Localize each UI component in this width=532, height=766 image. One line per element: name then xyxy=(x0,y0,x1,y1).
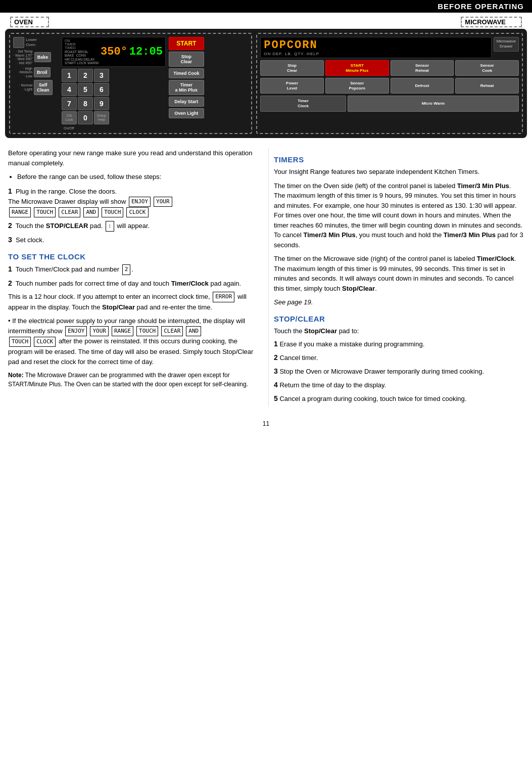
colon-display: : xyxy=(106,221,114,232)
broil-button[interactable]: Broil xyxy=(34,67,51,77)
stop-step-2: 2 Cancel timer. xyxy=(274,352,524,363)
display-boxes-row2: RANGE TOUCH CLEAR AND TOUCH CLOCK xyxy=(8,207,150,218)
mw-sensor-popcorn-button[interactable]: SensorPopcorn xyxy=(325,78,389,94)
microwave-panel-label: MICROWAVE xyxy=(461,17,522,27)
clock-display-clear: CLEAR xyxy=(161,326,183,337)
numpad-7[interactable]: 7 xyxy=(62,97,77,110)
display-range: RANGE xyxy=(9,207,31,218)
clock-display-your: YOUR xyxy=(90,326,109,337)
display-boxes-row1: ENJOY YOUR xyxy=(128,197,173,207)
clock-note-2: • If the electrical power supply to your… xyxy=(8,316,258,367)
timers-p2: The timer on the Oven side (left) of the… xyxy=(274,181,524,250)
clock-display-touch: TOUCH xyxy=(136,326,158,337)
oven-light-button[interactable]: Oven Light xyxy=(169,108,204,118)
clock-note-1: This is a 12 hour clock. If you attempt … xyxy=(8,292,258,312)
stop-step-5: 5 Cancel a program during cooking, touch… xyxy=(274,393,524,404)
clock-step-1: 1 Touch Timer/Clock pad and number 2. xyxy=(8,264,258,275)
note-paragraph: Note: The Microwave Drawer can be progra… xyxy=(8,371,258,389)
setup-button[interactable]: SetupHelp xyxy=(94,111,109,124)
mw-sensor-cook-button[interactable]: SensorCook xyxy=(455,60,519,76)
stop-step-1: 1 Erase if you make a mistake during pro… xyxy=(274,339,524,349)
display-your: YOUR xyxy=(154,197,172,207)
stop-step-4: 4 Return the time of day to the display. xyxy=(274,380,524,390)
content-area: Before operating your new range make sur… xyxy=(0,140,532,415)
oven-panel-label: OVEN xyxy=(10,17,49,27)
mw-drawer-label: MicrowaveDrawer xyxy=(494,37,519,52)
left-column: Before operating your new range make sur… xyxy=(8,148,268,407)
clock-num-display: 2 xyxy=(122,264,131,275)
bullet-item-1: Before the range can be used, follow the… xyxy=(17,172,258,182)
microwave-section: POPCORN ON DEF. LB. QTY. HELP MicrowaveD… xyxy=(256,33,523,134)
oven-start-button[interactable]: START xyxy=(169,37,204,50)
lower-oven-label: LowerOven xyxy=(26,37,37,47)
step-1: 1 Plug in the range. Close the doors. Th… xyxy=(8,186,258,218)
self-clean-button[interactable]: SelfClean xyxy=(34,80,53,95)
numpad-9[interactable]: 9 xyxy=(94,97,109,110)
page-header: BEFORE OPERATING xyxy=(0,0,532,13)
mw-stop-clear-button[interactable]: StopClear xyxy=(260,60,324,76)
display-clear: CLEAR xyxy=(59,207,80,218)
clock-display-enjoy: ENJOY xyxy=(65,326,87,337)
clock-display-clock: CLOCK xyxy=(34,337,56,347)
timer-min-plus-button[interactable]: Timera Min Plus xyxy=(169,80,204,95)
control-lock-button[interactable]: CtrlLock xyxy=(62,111,77,124)
display-touch2: TOUCH xyxy=(102,207,123,218)
mw-display-sub: ON DEF. LB. QTY. HELP xyxy=(264,52,488,56)
clock-display-boxes: ENJOY YOUR RANGE TOUCH CLEAR AND xyxy=(64,326,202,337)
clock-display-boxes-2: TOUCH CLOCK xyxy=(8,337,57,347)
clock-step-2: 2 Touch number pads for correct time of … xyxy=(8,278,258,289)
timers-title: TIMERS xyxy=(274,155,524,164)
mw-micro-warm-button[interactable]: Micro Warm xyxy=(348,96,519,111)
numpad-2[interactable]: 2 xyxy=(78,69,93,82)
see-page: See page 19. xyxy=(274,297,524,307)
stop-step-3: 3 Stop the Oven or Microwave Drawer temp… xyxy=(274,366,524,377)
mw-timer-clock-button[interactable]: TimerClock xyxy=(260,96,346,111)
delay-start-button[interactable]: Delay Start xyxy=(169,97,204,107)
timed-cook-button[interactable]: Timed Cook xyxy=(169,68,204,78)
full-panel: LowerOven · Set Temp· Warm 170°· Med 350… xyxy=(5,29,527,138)
right-column: TIMERS Your Insight Range features two s… xyxy=(268,148,524,407)
bake-button[interactable]: Bake xyxy=(34,52,52,62)
page-number: 11 xyxy=(0,415,532,432)
display-enjoy: ENJOY xyxy=(129,197,151,207)
intro-paragraph: Before operating your new range make sur… xyxy=(8,148,258,168)
timers-p3: The timer on the Microwave side (right) … xyxy=(274,254,524,293)
numpad-1[interactable]: 1 xyxy=(62,69,77,82)
stop-clear-title: STOP/CLEAR xyxy=(274,314,524,323)
numpad-3[interactable]: 3 xyxy=(94,69,109,82)
oven-time-display: 12:05 xyxy=(129,46,163,58)
mw-sensor-reheat-button[interactable]: SensorReheat xyxy=(391,60,454,76)
clock-display-touch2: TOUCH xyxy=(9,337,31,347)
oven-stop-clear-button[interactable]: StopClear xyxy=(169,52,204,67)
error-display: ERROR xyxy=(213,292,234,302)
oven-temp-display: 350° xyxy=(101,46,127,58)
step-3: 3 Set clock. xyxy=(8,235,258,245)
numpad-8[interactable]: 8 xyxy=(78,97,93,110)
page-title: BEFORE OPERATING xyxy=(438,2,524,11)
mw-reheat-button[interactable]: Reheat xyxy=(455,78,519,94)
stop-p1: Touch the Stop/Clear pad to: xyxy=(274,326,524,336)
numpad-6[interactable]: 6 xyxy=(94,83,109,96)
clock-section-title: TO SET THE CLOCK xyxy=(8,252,258,261)
oven-section: LowerOven · Set Temp· Warm 170°· Med 350… xyxy=(9,33,252,134)
clock-display-range: RANGE xyxy=(112,326,133,337)
numpad-0[interactable]: 0 xyxy=(78,111,93,124)
mw-defrost-button[interactable]: Defrost xyxy=(391,78,454,94)
clock-display-and: AND xyxy=(186,326,201,337)
mw-start-button[interactable]: STARTMinute Plus xyxy=(325,60,389,76)
numpad-4[interactable]: 4 xyxy=(62,83,77,96)
mw-display-text: POPCORN xyxy=(264,39,488,52)
display-and: AND xyxy=(83,207,99,218)
on-off-label: On/Off xyxy=(64,126,74,130)
display-touch: TOUCH xyxy=(34,207,56,218)
bullet-list: Before the range can be used, follow the… xyxy=(17,172,258,182)
mw-power-level-button[interactable]: PowerLevel xyxy=(260,78,324,94)
timers-p1: Your Insight Range features two separate… xyxy=(274,167,524,177)
numpad-5[interactable]: 5 xyxy=(78,83,93,96)
step-2: 2 Touch the STOP/CLEAR pad. : will appea… xyxy=(8,220,258,232)
display-clock: CLOCK xyxy=(126,207,148,218)
